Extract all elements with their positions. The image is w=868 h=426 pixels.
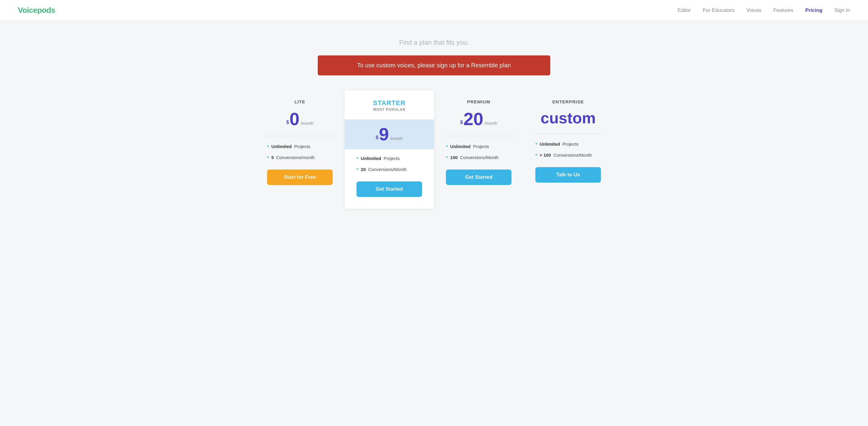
plan-lite-dollar: $ — [286, 120, 289, 125]
plan-premium-dollar: $ — [460, 120, 463, 125]
nav-for-educators[interactable]: For Educators — [703, 7, 735, 13]
alert-banner: To use custom voices, please sign up for… — [318, 56, 550, 75]
plan-enterprise-price: custom — [541, 110, 596, 126]
plan-enterprise-price-block: custom — [541, 110, 596, 126]
plan-lite-divider — [264, 136, 336, 136]
nav-pricing[interactable]: Pricing — [805, 7, 823, 13]
plan-starter-feature-1: Unlimited Projects — [356, 155, 422, 161]
plan-enterprise-divider — [532, 133, 604, 134]
plan-lite-feature-1: Unlimited Projects — [267, 143, 333, 150]
nav-signin[interactable]: Sign In — [834, 7, 850, 13]
logo: Voicepods — [18, 6, 55, 15]
main-content: Find a plan that fits you. To use custom… — [0, 21, 868, 233]
pricing-container: LITE $ 0 /month Unlimited Projects 5 Con… — [255, 90, 613, 209]
nav-features[interactable]: Features — [773, 7, 793, 13]
plan-starter-dollar: $ — [376, 135, 378, 140]
page-subtitle: Find a plan that fits you. — [399, 39, 469, 46]
plan-premium: PREMIUM $ 20 /month Unlimited Projects 1… — [434, 90, 523, 197]
nav-editor[interactable]: Editor — [678, 7, 691, 13]
plan-starter-name: STARTER — [373, 99, 405, 107]
plan-starter: STARTER MOST POPULAR $ 9 /month Unlimite… — [345, 90, 434, 209]
plan-lite-period: /month — [301, 121, 314, 126]
plan-enterprise-features: Unlimited Projects > 100 Conversions/Mon… — [532, 141, 604, 158]
plan-enterprise: ENTERPRISE custom Unlimited Projects > 1… — [523, 90, 613, 195]
plan-starter-feature-2: 20 Conversions/Month — [356, 166, 422, 172]
plan-enterprise-button[interactable]: Talk to Us — [535, 167, 601, 183]
plan-starter-button[interactable]: Get Started — [356, 182, 422, 197]
starter-price-block: $ 9 /month — [345, 120, 434, 149]
plan-premium-features: Unlimited Projects 100 Conversions/Month — [443, 143, 515, 161]
plan-lite: LITE $ 0 /month Unlimited Projects 5 Con… — [255, 90, 345, 197]
plan-lite-name: LITE — [294, 99, 306, 104]
plan-lite-price: 0 — [289, 110, 299, 128]
plan-enterprise-feature-1: Unlimited Projects — [535, 141, 601, 147]
plan-lite-feature-2: 5 Conversions/month — [267, 154, 333, 161]
plan-starter-subtitle: MOST POPULAR — [373, 107, 405, 112]
plan-premium-period: /month — [485, 121, 497, 126]
plan-premium-divider — [443, 136, 515, 136]
plan-starter-features: Unlimited Projects 20 Conversions/Month — [353, 155, 425, 172]
plan-premium-feature-2: 100 Conversions/Month — [446, 154, 512, 161]
plan-lite-price-block: $ 0 /month — [286, 110, 313, 128]
plan-lite-features: Unlimited Projects 5 Conversions/month — [264, 143, 336, 161]
plan-premium-feature-1: Unlimited Projects — [446, 143, 512, 150]
plan-premium-name: PREMIUM — [467, 99, 490, 104]
plan-premium-price: 20 — [464, 110, 484, 128]
starter-features-section: Unlimited Projects 20 Conversions/Month … — [353, 149, 425, 197]
plan-lite-button[interactable]: Start for Free — [267, 169, 333, 185]
plan-enterprise-feature-2: > 100 Conversions/Month — [535, 152, 601, 158]
plan-starter-price: 9 — [379, 125, 389, 143]
site-header: Voicepods Editor For Educators Voices Fe… — [0, 0, 868, 21]
plan-enterprise-name: ENTERPRISE — [552, 99, 584, 104]
starter-header: STARTER MOST POPULAR — [373, 99, 405, 120]
main-nav: Editor For Educators Voices Features Pri… — [678, 7, 850, 13]
plan-premium-price-block: $ 20 /month — [460, 110, 497, 128]
nav-voices[interactable]: Voices — [746, 7, 761, 13]
plan-starter-period: /month — [390, 136, 403, 141]
plan-premium-button[interactable]: Get Started — [446, 169, 512, 185]
